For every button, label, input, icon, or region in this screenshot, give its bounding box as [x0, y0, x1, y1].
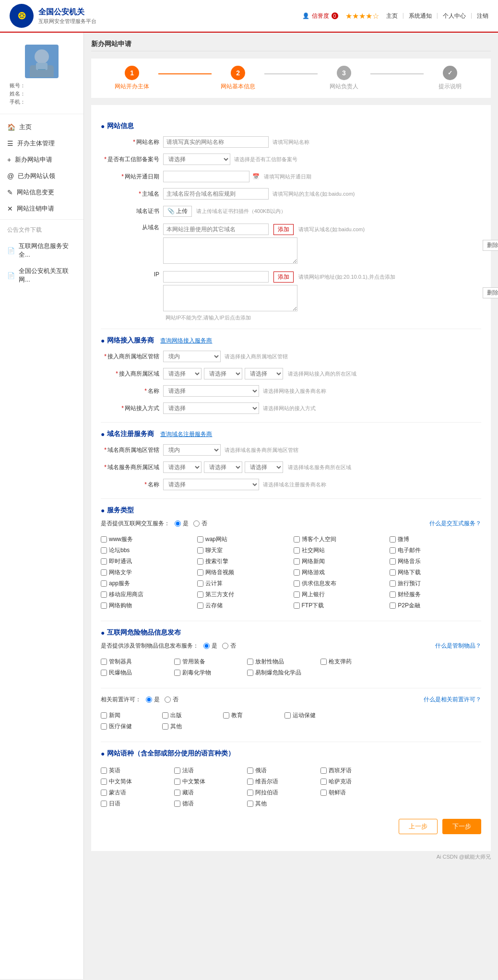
cb-explosive[interactable]: 民爆物品 — [101, 669, 169, 677]
select-isp-city[interactable]: 请选择 — [204, 368, 242, 379]
cb-arabic[interactable]: 阿拉伯语 — [247, 789, 316, 797]
cb-kazakh[interactable]: 哈萨克语 — [320, 778, 389, 786]
nav-notice[interactable]: 系统通知 — [409, 12, 432, 20]
cb-dangerous-chem[interactable]: 易制爆危险化学品 — [247, 669, 316, 677]
del-ip-button[interactable]: 删除 — [483, 287, 498, 298]
select-domain-reg-province[interactable]: 请选择 — [163, 461, 202, 473]
cb-app[interactable]: app服务 — [101, 579, 192, 588]
cb-download[interactable]: 网络下载 — [390, 568, 481, 577]
sidebar-item-cancel[interactable]: ✕ 网站注销申请 — [0, 201, 83, 217]
radio-danger-no[interactable]: 否 — [222, 642, 236, 650]
cb-ftp[interactable]: FTP下载 — [294, 602, 385, 610]
what-is-pre-approval[interactable]: 什么是相关前置许可？ — [424, 696, 481, 704]
cb-travel[interactable]: 旅行预订 — [390, 579, 481, 588]
cb-banking[interactable]: 网上银行 — [294, 590, 385, 599]
sidebar-item-manage[interactable]: ☰ 开办主体管理 — [0, 135, 83, 152]
input-website-name[interactable] — [163, 136, 269, 148]
isp-link[interactable]: 查询网络接入服务商 — [160, 337, 212, 345]
cb-cloud[interactable]: 云计算 — [197, 579, 289, 588]
cb-radiation[interactable]: 放射性物品 — [247, 658, 316, 666]
cb-im[interactable]: 即时通讯 — [101, 557, 192, 566]
cb-korean[interactable]: 朝鲜语 — [320, 789, 389, 797]
radio-pre-no[interactable]: 否 — [165, 696, 178, 704]
sidebar-item-new-apply[interactable]: + 新办网站申请 — [0, 152, 83, 168]
cb-music[interactable]: 网络音乐 — [390, 557, 481, 566]
cb-zh-traditional[interactable]: 中文繁体 — [174, 778, 243, 786]
cb-medical[interactable]: 医疗保健 — [101, 722, 157, 731]
cb-bbs[interactable]: 论坛bbs — [101, 546, 192, 555]
select-domain-reg-name[interactable]: 请选择 — [163, 479, 259, 490]
sidebar-item-home[interactable]: 🏠 主页 — [0, 119, 83, 135]
radio-interactive-no[interactable]: 否 — [193, 520, 207, 528]
add-ip-button[interactable]: 添加 — [273, 272, 294, 283]
cb-education[interactable]: 教育 — [223, 711, 280, 720]
cb-storage[interactable]: 云存储 — [197, 602, 289, 610]
ip-textarea[interactable] — [163, 285, 297, 311]
download-item-1[interactable]: 📄 互联网信息服务安全... — [0, 238, 83, 263]
cb-french[interactable]: 法语 — [174, 767, 243, 775]
prev-button[interactable]: 上一步 — [399, 819, 438, 834]
cb-publish[interactable]: 出版 — [162, 711, 219, 720]
select-isp-method[interactable]: 请选择 — [163, 402, 259, 414]
cb-zh-simplified[interactable]: 中文简体 — [101, 778, 169, 786]
cb-spanish[interactable]: 西班牙语 — [320, 767, 389, 775]
nav-profile[interactable]: 个人中心 — [443, 12, 466, 20]
cb-finance[interactable]: 财经服务 — [390, 590, 481, 599]
cb-poison[interactable]: 剧毒化学物 — [174, 669, 243, 677]
cb-blog[interactable]: 博客个人空间 — [294, 535, 385, 543]
input-subdomain[interactable] — [163, 224, 269, 235]
what-is-interactive[interactable]: 什么是交互式服务？ — [429, 520, 481, 528]
radio-danger-yes[interactable]: 是 — [203, 642, 217, 650]
cb-literature[interactable]: 网络文学 — [101, 568, 192, 577]
input-domain[interactable] — [163, 188, 269, 200]
cb-german[interactable]: 德语 — [174, 800, 243, 808]
radio-pre-yes[interactable]: 是 — [146, 696, 160, 704]
cb-control-tool[interactable]: 管制器具 — [101, 658, 169, 666]
cb-video[interactable]: 网络音视频 — [197, 568, 289, 577]
cb-uyghur[interactable]: 维吾尔语 — [247, 778, 316, 786]
cb-wap[interactable]: wap网站 — [197, 535, 289, 543]
input-ip[interactable] — [163, 271, 269, 283]
cb-social[interactable]: 社交网站 — [294, 546, 385, 555]
cb-english[interactable]: 英语 — [101, 767, 169, 775]
nav-home[interactable]: 主页 — [386, 12, 398, 20]
cb-shopping[interactable]: 网络购物 — [101, 602, 192, 610]
sidebar-item-claim[interactable]: @ 已办网站认领 — [0, 168, 83, 184]
what-is-danger[interactable]: 什么是管制物品？ — [435, 642, 481, 650]
cb-payment[interactable]: 第三方支付 — [197, 590, 289, 599]
cb-news[interactable]: 网络新闻 — [294, 557, 385, 566]
next-button[interactable]: 下一步 — [442, 819, 481, 834]
cb-chat[interactable]: 聊天室 — [197, 546, 289, 555]
nav-logout[interactable]: 注销 — [477, 12, 488, 20]
cb-other-pre[interactable]: 其他 — [162, 722, 219, 731]
cb-mongolian[interactable]: 蒙古语 — [101, 789, 169, 797]
select-isp-province[interactable]: 请选择 — [163, 368, 202, 379]
select-isp-name[interactable]: 请选择 — [163, 385, 259, 397]
cb-search[interactable]: 搜索引擎 — [197, 557, 289, 566]
cb-game[interactable]: 网络游戏 — [294, 568, 385, 577]
add-subdomain-button[interactable]: 添加 — [273, 224, 294, 235]
cb-equip[interactable]: 管用装备 — [174, 658, 243, 666]
cb-sports[interactable]: 运动保健 — [285, 711, 341, 720]
select-domain-reg-manage[interactable]: 境内 境外 — [163, 444, 221, 456]
cb-weibo[interactable]: 微博 — [390, 535, 481, 543]
cb-email[interactable]: 电子邮件 — [390, 546, 481, 555]
subdomain-textarea[interactable] — [163, 237, 297, 264]
cb-supply[interactable]: 供求信息发布 — [294, 579, 385, 588]
radio-interactive-yes[interactable]: 是 — [175, 520, 189, 528]
cb-tibetan[interactable]: 藏语 — [174, 789, 243, 797]
input-open-date[interactable] — [163, 171, 249, 182]
select-isp-district[interactable]: 请选择 — [245, 368, 283, 379]
cb-gun[interactable]: 枪支弹药 — [320, 658, 389, 666]
select-domain-reg-city[interactable]: 请选择 — [204, 461, 242, 473]
cb-appstore[interactable]: 移动应用商店 — [101, 590, 192, 599]
upload-cert-button[interactable]: 📎 上传 — [163, 206, 192, 217]
cb-other-lang[interactable]: 其他 — [247, 800, 316, 808]
select-miit[interactable]: 请选择 是 否 — [163, 153, 230, 165]
cb-p2p[interactable]: P2P金融 — [390, 602, 481, 610]
cb-news-pre[interactable]: 新闻 — [101, 711, 157, 720]
cb-japanese[interactable]: 日语 — [101, 800, 169, 808]
del-subdomain-button[interactable]: 删除 — [483, 240, 498, 251]
sidebar-item-change[interactable]: ✎ 网站信息变更 — [0, 184, 83, 201]
cb-russian[interactable]: 俄语 — [247, 767, 316, 775]
